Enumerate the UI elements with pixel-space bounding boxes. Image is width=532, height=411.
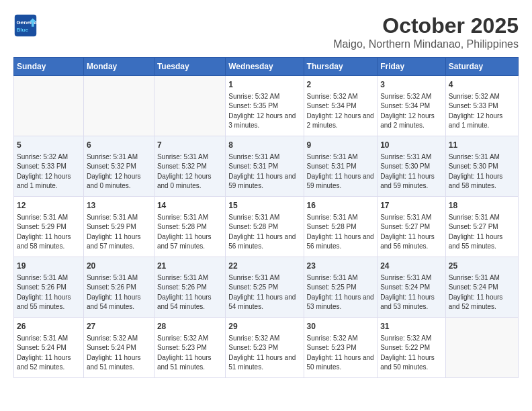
header-day-wednesday: Wednesday [226,58,304,76]
day-number: 16 [307,200,375,212]
day-number: 28 [157,321,222,332]
day-info: Sunrise: 5:31 AM Sunset: 5:29 PM Dayligh… [87,213,151,252]
day-number: 14 [157,200,222,212]
header-day-sunday: Sunday [14,58,84,76]
day-info: Sunrise: 5:32 AM Sunset: 5:34 PM Dayligh… [307,92,375,131]
day-info: Sunrise: 5:32 AM Sunset: 5:35 PM Dayligh… [228,92,300,131]
calendar-header: SundayMondayTuesdayWednesdayThursdayFrid… [14,58,519,76]
calendar-cell: 4Sunrise: 5:32 AM Sunset: 5:33 PM Daylig… [445,76,518,136]
day-info: Sunrise: 5:32 AM Sunset: 5:33 PM Dayligh… [17,152,81,191]
day-info: Sunrise: 5:31 AM Sunset: 5:28 PM Dayligh… [157,213,222,252]
subtitle: Maigo, Northern Mindanao, Philippines [333,38,519,50]
calendar-cell: 8Sunrise: 5:31 AM Sunset: 5:31 PM Daylig… [226,136,304,197]
header-day-monday: Monday [83,58,154,76]
calendar-cell: 6Sunrise: 5:31 AM Sunset: 5:32 PM Daylig… [83,136,154,197]
day-info: Sunrise: 5:31 AM Sunset: 5:25 PM Dayligh… [228,273,300,312]
calendar-cell: 12Sunrise: 5:31 AM Sunset: 5:29 PM Dayli… [14,197,84,257]
calendar-cell: 2Sunrise: 5:32 AM Sunset: 5:34 PM Daylig… [304,76,378,136]
day-number: 5 [17,140,81,151]
calendar-table: SundayMondayTuesdayWednesdayThursdayFrid… [13,57,519,378]
calendar-cell: 26Sunrise: 5:31 AM Sunset: 5:24 PM Dayli… [14,318,84,378]
calendar-cell [83,76,154,136]
day-info: Sunrise: 5:31 AM Sunset: 5:24 PM Dayligh… [17,334,81,373]
day-number: 23 [307,261,375,272]
week-row-1: 1Sunrise: 5:32 AM Sunset: 5:35 PM Daylig… [14,76,519,136]
calendar-cell: 10Sunrise: 5:31 AM Sunset: 5:30 PM Dayli… [378,136,446,197]
calendar-cell: 25Sunrise: 5:31 AM Sunset: 5:24 PM Dayli… [445,257,518,318]
day-number: 15 [228,200,300,212]
calendar-cell: 15Sunrise: 5:31 AM Sunset: 5:28 PM Dayli… [226,197,304,257]
day-number: 18 [449,200,515,212]
day-number: 10 [380,140,443,151]
header-row: SundayMondayTuesdayWednesdayThursdayFrid… [14,58,519,76]
day-number: 7 [157,140,222,151]
calendar-cell: 24Sunrise: 5:31 AM Sunset: 5:24 PM Dayli… [378,257,446,318]
day-number: 1 [228,79,300,91]
day-info: Sunrise: 5:31 AM Sunset: 5:24 PM Dayligh… [449,273,515,312]
calendar-cell: 19Sunrise: 5:31 AM Sunset: 5:26 PM Dayli… [14,257,84,318]
day-info: Sunrise: 5:31 AM Sunset: 5:28 PM Dayligh… [307,213,375,252]
header-day-friday: Friday [378,58,446,76]
logo: General Blue [13,13,38,38]
header: General Blue October 2025 Maigo, Norther… [13,13,519,50]
day-number: 26 [17,321,81,332]
day-number: 30 [307,321,375,332]
day-info: Sunrise: 5:31 AM Sunset: 5:25 PM Dayligh… [307,273,375,312]
calendar-cell: 20Sunrise: 5:31 AM Sunset: 5:26 PM Dayli… [83,257,154,318]
week-row-2: 5Sunrise: 5:32 AM Sunset: 5:33 PM Daylig… [14,136,519,197]
day-info: Sunrise: 5:31 AM Sunset: 5:27 PM Dayligh… [449,213,515,252]
calendar-cell [14,76,84,136]
day-number: 20 [87,261,151,272]
day-info: Sunrise: 5:31 AM Sunset: 5:30 PM Dayligh… [449,152,515,191]
calendar-cell: 21Sunrise: 5:31 AM Sunset: 5:26 PM Dayli… [154,257,225,318]
calendar-cell: 11Sunrise: 5:31 AM Sunset: 5:30 PM Dayli… [445,136,518,197]
day-number: 3 [380,79,443,91]
calendar-cell: 22Sunrise: 5:31 AM Sunset: 5:25 PM Dayli… [226,257,304,318]
header-day-tuesday: Tuesday [154,58,225,76]
day-number: 17 [380,200,443,212]
day-info: Sunrise: 5:32 AM Sunset: 5:33 PM Dayligh… [449,92,515,131]
day-number: 27 [87,321,151,332]
calendar-body: 1Sunrise: 5:32 AM Sunset: 5:35 PM Daylig… [14,76,519,378]
week-row-5: 26Sunrise: 5:31 AM Sunset: 5:24 PM Dayli… [14,318,519,378]
week-row-4: 19Sunrise: 5:31 AM Sunset: 5:26 PM Dayli… [14,257,519,318]
logo-icon: General Blue [13,13,38,38]
day-info: Sunrise: 5:32 AM Sunset: 5:23 PM Dayligh… [228,334,300,373]
day-number: 2 [307,79,375,91]
calendar-cell: 14Sunrise: 5:31 AM Sunset: 5:28 PM Dayli… [154,197,225,257]
calendar-cell: 16Sunrise: 5:31 AM Sunset: 5:28 PM Dayli… [304,197,378,257]
calendar-cell: 28Sunrise: 5:32 AM Sunset: 5:23 PM Dayli… [154,318,225,378]
day-info: Sunrise: 5:31 AM Sunset: 5:28 PM Dayligh… [228,213,300,252]
header-day-thursday: Thursday [304,58,378,76]
calendar-cell: 7Sunrise: 5:31 AM Sunset: 5:32 PM Daylig… [154,136,225,197]
calendar-cell: 13Sunrise: 5:31 AM Sunset: 5:29 PM Dayli… [83,197,154,257]
calendar-cell: 23Sunrise: 5:31 AM Sunset: 5:25 PM Dayli… [304,257,378,318]
calendar-cell: 29Sunrise: 5:32 AM Sunset: 5:23 PM Dayli… [226,318,304,378]
day-number: 11 [449,140,515,151]
calendar-cell: 18Sunrise: 5:31 AM Sunset: 5:27 PM Dayli… [445,197,518,257]
day-number: 29 [228,321,300,332]
day-info: Sunrise: 5:32 AM Sunset: 5:22 PM Dayligh… [380,334,443,373]
day-info: Sunrise: 5:31 AM Sunset: 5:24 PM Dayligh… [380,273,443,312]
day-number: 9 [307,140,375,151]
day-number: 19 [17,261,81,272]
calendar-cell: 31Sunrise: 5:32 AM Sunset: 5:22 PM Dayli… [378,318,446,378]
day-info: Sunrise: 5:31 AM Sunset: 5:32 PM Dayligh… [157,152,222,191]
day-number: 25 [449,261,515,272]
day-number: 21 [157,261,222,272]
day-info: Sunrise: 5:32 AM Sunset: 5:34 PM Dayligh… [380,92,443,131]
day-number: 24 [380,261,443,272]
day-info: Sunrise: 5:31 AM Sunset: 5:26 PM Dayligh… [17,273,81,312]
day-number: 12 [17,200,81,212]
calendar-cell: 3Sunrise: 5:32 AM Sunset: 5:34 PM Daylig… [378,76,446,136]
title-section: October 2025 Maigo, Northern Mindanao, P… [333,13,519,50]
calendar-cell: 17Sunrise: 5:31 AM Sunset: 5:27 PM Dayli… [378,197,446,257]
calendar-cell: 5Sunrise: 5:32 AM Sunset: 5:33 PM Daylig… [14,136,84,197]
day-info: Sunrise: 5:31 AM Sunset: 5:27 PM Dayligh… [380,213,443,252]
header-day-saturday: Saturday [445,58,518,76]
svg-text:Blue: Blue [17,27,29,33]
calendar-cell: 1Sunrise: 5:32 AM Sunset: 5:35 PM Daylig… [226,76,304,136]
day-number: 4 [449,79,515,91]
week-row-3: 12Sunrise: 5:31 AM Sunset: 5:29 PM Dayli… [14,197,519,257]
day-info: Sunrise: 5:31 AM Sunset: 5:29 PM Dayligh… [17,213,81,252]
